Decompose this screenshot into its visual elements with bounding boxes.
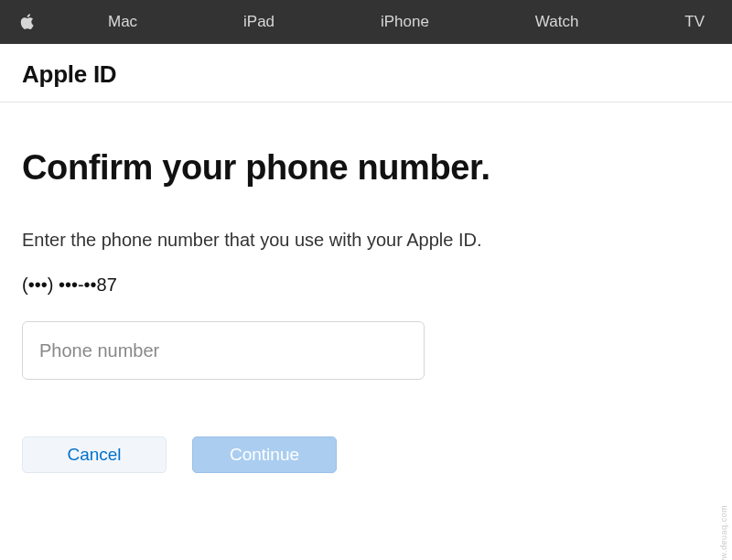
nav-items: Mac iPad iPhone Watch TV	[108, 13, 714, 31]
instruction-text: Enter the phone number that you use with…	[22, 230, 710, 251]
nav-item-watch[interactable]: Watch	[535, 13, 579, 31]
nav-item-mac[interactable]: Mac	[108, 13, 137, 31]
cancel-button[interactable]: Cancel	[22, 436, 167, 473]
apple-logo-icon[interactable]	[18, 13, 35, 31]
content: Confirm your phone number. Enter the pho…	[0, 102, 732, 473]
headline: Confirm your phone number.	[22, 148, 710, 188]
continue-button[interactable]: Continue	[192, 436, 337, 473]
page-header: Apple ID	[0, 44, 732, 102]
page-title: Apple ID	[22, 60, 710, 89]
global-nav: Mac iPad iPhone Watch TV	[0, 0, 732, 44]
watermark: www.deuaq.com	[719, 505, 728, 560]
nav-item-iphone[interactable]: iPhone	[381, 13, 429, 31]
button-row: Cancel Continue	[22, 436, 710, 473]
nav-item-tv[interactable]: TV	[684, 13, 705, 31]
masked-phone-number: (•••) •••-••87	[22, 275, 710, 296]
phone-number-input[interactable]	[22, 321, 425, 380]
nav-item-ipad[interactable]: iPad	[243, 13, 274, 31]
